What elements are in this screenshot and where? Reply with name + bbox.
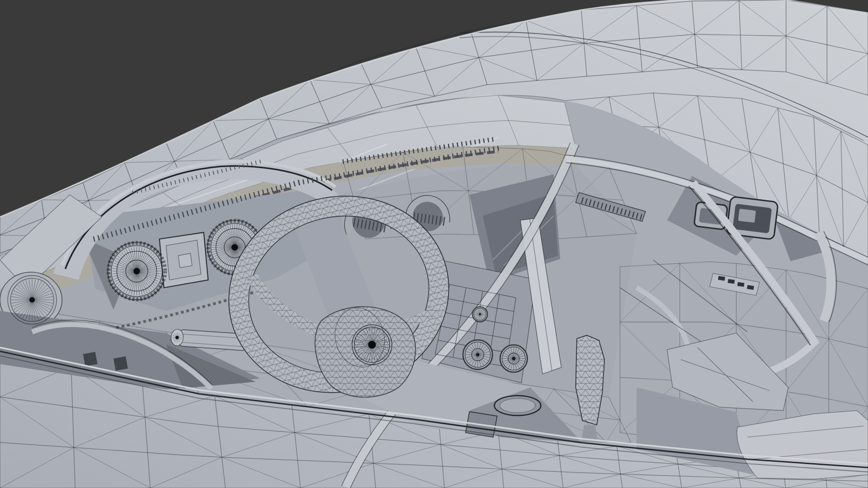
stalk-cap-dot (175, 336, 179, 339)
tachometer-hub-dot (231, 244, 238, 251)
knob-b-dot (512, 357, 515, 360)
pedal (83, 352, 98, 366)
pedal-2 (113, 357, 128, 371)
small-knob-dot (479, 313, 481, 315)
side-pod-dot (29, 297, 35, 303)
wheel-hub-pad-mesh (315, 307, 415, 397)
speedometer-hub-dot (133, 268, 140, 275)
horn-button-dot (368, 341, 376, 348)
cupholder-well (500, 399, 535, 413)
knob-a-dot (476, 353, 479, 356)
viewport-canvas[interactable] (0, 0, 868, 488)
window-switch-button (738, 209, 756, 223)
3d-viewport[interactable] (0, 0, 868, 488)
cluster-display-center (178, 253, 192, 268)
